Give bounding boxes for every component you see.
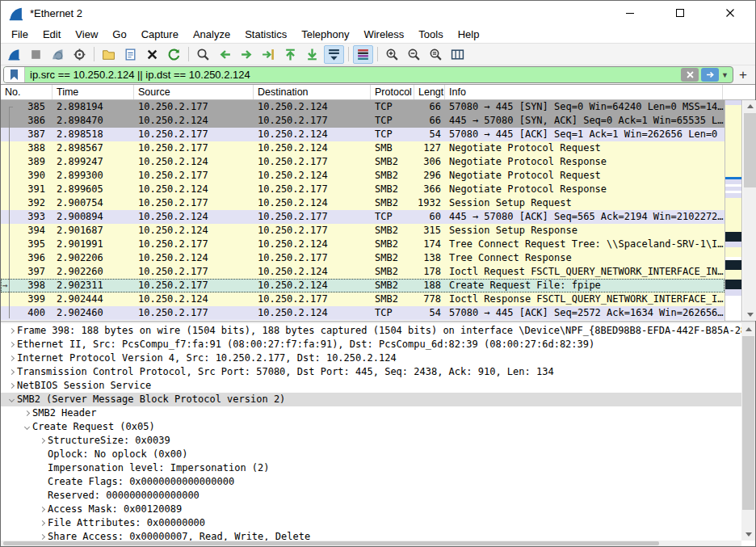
- add-filter-button[interactable]: +: [733, 67, 753, 83]
- chevron-right-icon[interactable]: [6, 356, 17, 360]
- scroll-down-icon[interactable]: [743, 309, 756, 321]
- packet-row[interactable]: 3912.89960510.250.2.12410.250.2.177SMB23…: [1, 183, 724, 196]
- column-header-destination[interactable]: Destination: [254, 85, 371, 99]
- detail-row[interactable]: Impersonation level: Impersonation (2): [1, 461, 741, 475]
- chevron-down-icon[interactable]: [6, 398, 17, 402]
- packet-row[interactable]: 3922.90075410.250.2.17710.250.2.124SMB21…: [1, 196, 724, 210]
- chevron-right-icon[interactable]: [36, 439, 48, 443]
- packet-row[interactable]: 3962.90220610.250.2.12410.250.2.177SMB21…: [1, 251, 724, 265]
- packet-row[interactable]: 3932.90089410.250.2.12410.250.2.177TCP60…: [1, 210, 724, 224]
- open-file-button[interactable]: [99, 45, 119, 64]
- chevron-right-icon[interactable]: [36, 521, 48, 525]
- packet-list-scrollbar[interactable]: [743, 100, 756, 321]
- packet-row[interactable]: 3882.89856710.250.2.17710.250.2.124SMB12…: [1, 141, 724, 155]
- details-scroll-down-icon[interactable]: [741, 528, 755, 541]
- maximize-button[interactable]: [655, 1, 705, 25]
- chevron-right-icon[interactable]: [21, 411, 32, 415]
- packet-row[interactable]: 3892.89924710.250.2.12410.250.2.177SMB23…: [1, 155, 724, 169]
- menu-item-go[interactable]: Go: [105, 27, 133, 42]
- details-hscrollbar-thumb[interactable]: [3, 541, 659, 545]
- chevron-right-icon[interactable]: [36, 535, 48, 539]
- go-forward-button[interactable]: [237, 45, 257, 64]
- chevron-right-icon[interactable]: [6, 343, 17, 347]
- details-scrollbar[interactable]: [741, 323, 755, 541]
- detail-row[interactable]: NetBIOS Session Service: [1, 379, 741, 393]
- scrollbar-thumb[interactable]: [744, 113, 756, 187]
- detail-row[interactable]: Ethernet II, Src: PcsCompu_f7:fa:91 (08:…: [1, 338, 741, 351]
- detail-row[interactable]: File Attributes: 0x00000000: [1, 516, 741, 530]
- reload-file-button[interactable]: [164, 45, 184, 64]
- packet-row[interactable]: 3972.90226010.250.2.17710.250.2.124SMB21…: [1, 265, 724, 279]
- detail-row[interactable]: Frame 398: 188 bytes on wire (1504 bits)…: [1, 324, 741, 338]
- detail-row[interactable]: Reserved: 0000000000000000: [1, 489, 741, 503]
- column-header-info[interactable]: Info: [445, 85, 723, 99]
- detail-row[interactable]: Access Mask: 0x00120089: [1, 503, 741, 516]
- zoom-original-button[interactable]: [426, 45, 446, 64]
- go-last-button[interactable]: [302, 45, 322, 64]
- detail-row[interactable]: Create Flags: 0x0000000000000000: [1, 475, 741, 489]
- menu-item-analyze[interactable]: Analyze: [186, 27, 237, 42]
- intelligent-scrollbar-minimap[interactable]: [724, 100, 742, 321]
- minimize-button[interactable]: [605, 1, 655, 25]
- column-header-protocol[interactable]: Protocol: [371, 85, 414, 99]
- detail-row[interactable]: SMB2 Header: [1, 406, 741, 420]
- resize-columns-button[interactable]: [447, 45, 468, 64]
- packet-row[interactable]: 3852.89819410.250.2.17710.250.2.124TCP66…: [1, 100, 724, 114]
- find-packet-button[interactable]: [193, 45, 213, 64]
- details-scrollbar-thumb[interactable]: [742, 336, 754, 510]
- save-file-button[interactable]: [120, 45, 141, 64]
- menu-item-edit[interactable]: Edit: [36, 27, 68, 42]
- packet-row[interactable]: 3862.89847010.250.2.12410.250.2.177TCP66…: [1, 114, 724, 128]
- column-header-no[interactable]: No.: [1, 85, 52, 99]
- filter-dropdown-caret-icon[interactable]: ▼: [721, 71, 729, 79]
- go-first-button[interactable]: [280, 45, 300, 64]
- close-button[interactable]: [705, 1, 755, 25]
- filter-apply-button[interactable]: [701, 68, 719, 82]
- details-hscrollbar[interactable]: [1, 541, 741, 546]
- column-header-time[interactable]: Time: [52, 85, 134, 99]
- chevron-down-icon[interactable]: [21, 425, 32, 429]
- packet-row[interactable]: 3942.90168710.250.2.12410.250.2.177SMB23…: [1, 224, 724, 238]
- detail-row[interactable]: StructureSize: 0x0039: [1, 434, 741, 448]
- menu-item-help[interactable]: Help: [451, 27, 487, 42]
- filter-clear-button[interactable]: [681, 68, 699, 82]
- menu-item-wireless[interactable]: Wireless: [356, 27, 411, 42]
- detail-row[interactable]: Oplock: No oplock (0x00): [1, 448, 741, 461]
- packet-row[interactable]: 4002.90246010.250.2.17710.250.2.124TCP54…: [1, 306, 724, 320]
- packet-row[interactable]: 3992.90244410.250.2.12410.250.2.177SMB27…: [1, 292, 724, 306]
- menu-item-statistics[interactable]: Statistics: [237, 27, 294, 42]
- go-back-button[interactable]: [215, 45, 235, 64]
- start-capture-button[interactable]: [4, 45, 24, 64]
- packet-row-selected[interactable]: 3982.90231110.250.2.17710.250.2.124SMB21…: [1, 279, 724, 292]
- column-header-lengt[interactable]: Lengt: [414, 85, 445, 99]
- filter-bookmark-button[interactable]: [4, 67, 25, 82]
- go-to-packet-button[interactable]: [258, 45, 279, 64]
- details-scroll-up-icon[interactable]: [741, 323, 755, 335]
- filter-text[interactable]: ip.src == 10.250.2.124 || ip.dst == 10.2…: [25, 67, 681, 82]
- chevron-right-icon[interactable]: [36, 507, 48, 511]
- close-file-button[interactable]: [142, 45, 162, 64]
- detail-row-selected[interactable]: SMB2 (Server Message Block Protocol vers…: [1, 393, 741, 406]
- packet-row[interactable]: 3952.90199110.250.2.17710.250.2.124SMB21…: [1, 238, 724, 251]
- packet-row[interactable]: 3902.89930010.250.2.17710.250.2.124SMB22…: [1, 169, 724, 183]
- restart-capture-button[interactable]: [48, 45, 68, 64]
- menu-item-file[interactable]: File: [4, 27, 36, 42]
- menu-item-view[interactable]: View: [68, 27, 105, 42]
- packet-row[interactable]: 3872.89851810.250.2.17710.250.2.124TCP54…: [1, 128, 724, 141]
- scroll-up-icon[interactable]: [743, 100, 756, 112]
- menu-item-capture[interactable]: Capture: [134, 27, 186, 42]
- chevron-right-icon[interactable]: [6, 370, 17, 374]
- display-filter-input[interactable]: ip.src == 10.250.2.124 || ip.dst == 10.2…: [3, 66, 733, 83]
- auto-scroll-button[interactable]: [324, 45, 344, 64]
- zoom-in-button[interactable]: [382, 45, 402, 64]
- colorize-button[interactable]: [353, 45, 373, 64]
- detail-row[interactable]: Transmission Control Protocol, Src Port:…: [1, 365, 741, 379]
- detail-row[interactable]: Internet Protocol Version 4, Src: 10.250…: [1, 351, 741, 365]
- stop-capture-button[interactable]: [26, 45, 46, 64]
- column-header-source[interactable]: Source: [134, 85, 254, 99]
- chevron-right-icon[interactable]: [6, 384, 17, 388]
- chevron-right-icon[interactable]: [6, 329, 17, 333]
- detail-row[interactable]: Create Request (0x05): [1, 420, 741, 434]
- capture-options-button[interactable]: [69, 45, 90, 64]
- zoom-out-button[interactable]: [404, 45, 424, 64]
